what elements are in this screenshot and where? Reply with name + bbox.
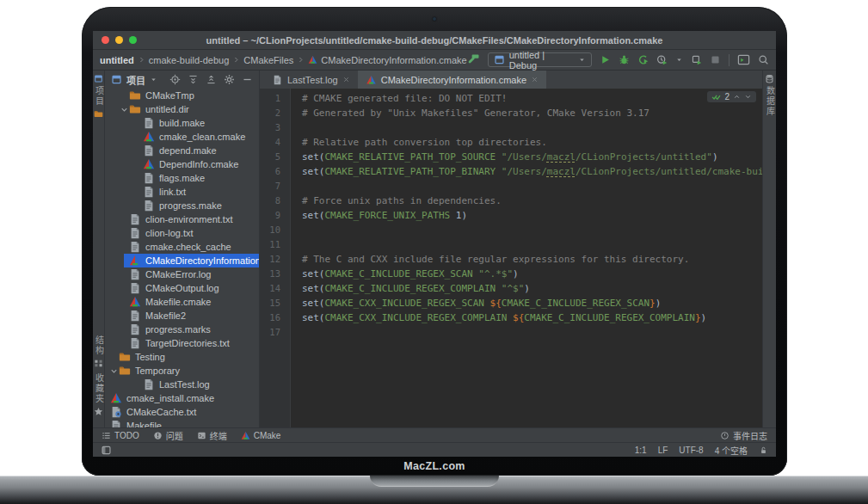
toolwindow-toggle-icon[interactable]: [101, 445, 112, 456]
indent-setting[interactable]: 4 个空格: [715, 444, 748, 457]
breadcrumb-item[interactable]: cmake-build-debug: [149, 55, 230, 65]
terminal-icon: [197, 431, 206, 440]
line-number: 5: [260, 150, 280, 164]
sidebar-tab-structure[interactable]: 结构: [93, 335, 104, 368]
tree-item[interactable]: cmake.check_cache: [105, 240, 259, 254]
debug-button[interactable]: [619, 54, 630, 65]
next-problem-icon[interactable]: [744, 93, 752, 101]
tree-item[interactable]: progress.make: [105, 199, 259, 212]
breadcrumb-item[interactable]: CMakeDirectoryInformation.cmake: [321, 55, 466, 65]
filegear-icon: [110, 407, 122, 418]
tree-item[interactable]: depend.make: [105, 144, 259, 157]
toolwindow-button-todo[interactable]: TODO: [102, 429, 139, 442]
inspection-count: 2: [724, 92, 729, 101]
breadcrumb-separator-icon: [138, 56, 145, 64]
tree-item[interactable]: CMakeError.log: [105, 267, 259, 281]
tree-item[interactable]: Makefile: [105, 419, 259, 427]
list-icon: [102, 431, 111, 440]
code-line: set(CMAKE_C_INCLUDE_REGEX_COMPLAIN "^$"): [302, 281, 762, 296]
zoom-window-button[interactable]: [129, 36, 137, 44]
breadcrumb-item[interactable]: CMakeFiles: [243, 55, 293, 65]
profiler-icon[interactable]: [656, 54, 668, 65]
file-encoding[interactable]: UTF-8: [679, 446, 703, 455]
prev-problem-icon[interactable]: [733, 93, 741, 101]
event-log-button[interactable]: 事件日志: [720, 429, 767, 442]
tab-lasttest-log[interactable]: LastTest.log: [264, 71, 358, 89]
folder-icon: [129, 104, 141, 115]
tree-item-selected[interactable]: CMakeDirectoryInformation.cmake: [105, 254, 259, 267]
tree-item[interactable]: CMakeOutput.log: [105, 281, 259, 295]
caret-position[interactable]: 1:1: [635, 446, 647, 455]
tree-item-label: untitled.dir: [145, 104, 189, 114]
tree-item[interactable]: TargetDirectories.txt: [105, 336, 259, 350]
minimize-window-button[interactable]: [115, 36, 123, 44]
cmake-icon: [143, 159, 155, 170]
toolwindow-button-终端[interactable]: 终端: [197, 429, 227, 442]
folder-icon: [94, 109, 103, 119]
run-configuration-select[interactable]: untitled | Debug: [488, 52, 592, 67]
coverage-run-icon[interactable]: [637, 54, 649, 65]
tree-item[interactable]: cmake_install.cmake: [105, 391, 259, 405]
tree-item-label: TargetDirectories.txt: [145, 338, 230, 348]
breadcrumb-item[interactable]: untitled: [100, 55, 134, 65]
toolwindow-button-问题[interactable]: 问题: [153, 429, 183, 442]
line-number: 3: [260, 120, 280, 135]
sidebar-tab-project[interactable]: 项目: [93, 74, 104, 119]
tree-item-label: link.txt: [159, 187, 186, 197]
close-icon[interactable]: [342, 76, 350, 83]
editor-tab-bar: LastTest.log CMakeDirectoryInformation.c…: [260, 71, 762, 89]
run-button[interactable]: [600, 54, 611, 65]
hide-panel-icon[interactable]: [242, 74, 253, 85]
code-line: set(CMAKE_RELATIVE_PATH_TOP_BINARY "/Use…: [302, 164, 762, 179]
project-panel-title[interactable]: 项目: [126, 73, 145, 87]
gear-icon[interactable]: [224, 74, 235, 85]
laptop-base: [0, 476, 868, 504]
tree-item[interactable]: link.txt: [105, 185, 259, 199]
line-separator[interactable]: LF: [658, 446, 668, 455]
cmake-icon: [129, 255, 141, 267]
tree-item[interactable]: LastTest.log: [105, 378, 259, 391]
tree-item[interactable]: Testing: [105, 350, 259, 364]
lock-icon[interactable]: [759, 446, 768, 455]
close-window-button[interactable]: [102, 36, 109, 44]
close-icon[interactable]: [531, 76, 539, 83]
tree-item[interactable]: build.make: [105, 116, 259, 130]
tree-item[interactable]: clion-log.txt: [105, 226, 259, 240]
tree-item-label: build.make: [159, 118, 205, 128]
tree-item[interactable]: CMakeTmp: [105, 89, 259, 102]
tree-item[interactable]: DependInfo.cmake: [105, 157, 259, 171]
chevron-down-icon[interactable]: [150, 76, 157, 83]
code-editor[interactable]: 1234567891011121314151617 # CMAKE genera…: [260, 89, 762, 427]
tree-item[interactable]: progress.marks: [105, 323, 259, 336]
search-everywhere-icon[interactable]: [758, 54, 769, 65]
tab-cmakedirectoryinformation[interactable]: CMakeDirectoryInformation.cmake: [358, 71, 546, 89]
profiler-chevron-icon[interactable]: [675, 56, 683, 64]
tree-item[interactable]: CMakeCache.txt: [105, 405, 259, 419]
sidebar-tab-favorites[interactable]: 收藏夹: [93, 373, 104, 416]
tree-item[interactable]: Temporary: [105, 364, 259, 378]
toolwindow-button-cmake[interactable]: CMake: [241, 429, 281, 442]
toolwindow-button-label: 问题: [166, 429, 183, 442]
inspection-widget[interactable]: 2: [707, 91, 756, 102]
tree-item[interactable]: Makefile2: [105, 309, 259, 323]
sidebar-tab-database[interactable]: 数据库: [763, 74, 776, 117]
project-view-icon: [111, 74, 122, 85]
file-icon: [129, 338, 141, 349]
folder-icon: [119, 366, 131, 377]
build-hammer-icon[interactable]: [467, 53, 480, 66]
expand-all-icon[interactable]: [188, 74, 199, 85]
tree-item[interactable]: flags.make: [105, 171, 259, 185]
tree-item[interactable]: clion-environment.txt: [105, 212, 259, 226]
tree-item[interactable]: untitled.dir: [105, 102, 259, 116]
tree-item[interactable]: cmake_clean.cmake: [105, 130, 259, 144]
run-anything-icon[interactable]: [737, 53, 750, 66]
tree-item[interactable]: Makefile.cmake: [105, 295, 259, 309]
chevron-down-icon[interactable]: [120, 105, 129, 114]
line-number: 7: [260, 179, 280, 194]
alert-icon: [153, 431, 163, 440]
attach-process-icon[interactable]: [691, 54, 702, 65]
line-number-gutter: 1234567891011121314151617: [260, 89, 291, 427]
chevron-down-icon[interactable]: [109, 366, 119, 376]
select-opened-file-icon[interactable]: [169, 74, 181, 85]
collapse-all-icon[interactable]: [206, 74, 217, 85]
